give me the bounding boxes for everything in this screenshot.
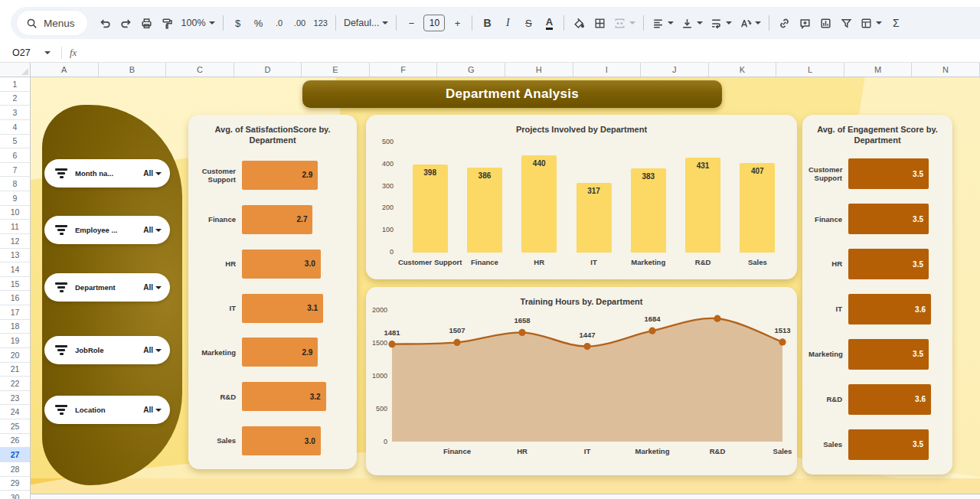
slicer-location[interactable]: LocationAll bbox=[44, 396, 170, 424]
print-button[interactable] bbox=[137, 12, 157, 34]
row-header-26[interactable]: 26 bbox=[0, 434, 30, 448]
functions-button[interactable]: Σ bbox=[886, 12, 906, 34]
row-header-6[interactable]: 6 bbox=[0, 148, 30, 163]
row-header-14[interactable]: 14 bbox=[0, 263, 30, 277]
slicer-jobrole[interactable]: JobRoleAll bbox=[44, 336, 170, 364]
row-header-12[interactable]: 12 bbox=[0, 234, 30, 249]
vertical-align-button[interactable] bbox=[678, 12, 706, 34]
column-header-L[interactable]: L bbox=[776, 63, 844, 77]
select-all-corner[interactable] bbox=[0, 63, 31, 77]
zoom-select[interactable]: 100% bbox=[178, 12, 218, 34]
row-header-3[interactable]: 3 bbox=[0, 106, 30, 120]
row-header-10[interactable]: 10 bbox=[0, 206, 30, 220]
slicer-value-dropdown[interactable]: All bbox=[143, 406, 162, 414]
engagement-chart[interactable]: Avg. of Engagement Score by. Department … bbox=[802, 115, 952, 475]
row-header-28[interactable]: 28 bbox=[0, 462, 30, 477]
row-header-24[interactable]: 24 bbox=[0, 405, 30, 419]
slicer-department[interactable]: DepartmentAll bbox=[44, 273, 170, 302]
row-header-2[interactable]: 2 bbox=[0, 92, 30, 106]
strikethrough-button[interactable]: S bbox=[518, 12, 538, 34]
insert-link-button[interactable] bbox=[774, 12, 794, 34]
slicer-value-dropdown[interactable]: All bbox=[143, 346, 162, 354]
column-header-A[interactable]: A bbox=[31, 63, 99, 77]
increase-decimal-button[interactable]: .00 bbox=[290, 12, 310, 34]
column-header-F[interactable]: F bbox=[370, 63, 438, 77]
slicer-value: All bbox=[143, 283, 153, 292]
row-header-20[interactable]: 20 bbox=[0, 348, 30, 363]
slicer-employee[interactable]: Employee ...All bbox=[44, 216, 170, 244]
column-header-K[interactable]: K bbox=[709, 63, 777, 77]
row-header-16[interactable]: 16 bbox=[0, 291, 30, 305]
fill-color-button[interactable] bbox=[569, 12, 589, 34]
dashboard-title-banner[interactable]: Department Analysis bbox=[302, 80, 722, 108]
row-header-7[interactable]: 7 bbox=[0, 163, 30, 178]
data-point-finance bbox=[453, 339, 460, 346]
column-header-C[interactable]: C bbox=[166, 63, 234, 77]
slicer-value-dropdown[interactable]: All bbox=[143, 226, 162, 234]
column-header-E[interactable]: E bbox=[302, 63, 370, 77]
undo-button[interactable] bbox=[96, 12, 116, 34]
format-currency-button[interactable]: $ bbox=[228, 12, 248, 34]
create-filter-button[interactable] bbox=[836, 12, 856, 34]
more-formats-button[interactable]: 123 bbox=[311, 12, 331, 34]
row-header-18[interactable]: 18 bbox=[0, 320, 30, 334]
text-wrap-button[interactable] bbox=[707, 12, 735, 34]
training-chart[interactable]: 200015001000500014811507Finance1658HR144… bbox=[366, 287, 797, 475]
column-header-M[interactable]: M bbox=[844, 63, 913, 77]
zoom-value: 100% bbox=[181, 18, 206, 28]
column-header-I[interactable]: I bbox=[573, 63, 642, 77]
row-header-29[interactable]: 29 bbox=[0, 477, 30, 491]
row-header-22[interactable]: 22 bbox=[0, 377, 30, 391]
slicer-value-dropdown[interactable]: All bbox=[143, 283, 162, 292]
redo-button[interactable] bbox=[116, 12, 136, 34]
column-header-G[interactable]: G bbox=[437, 63, 505, 77]
borders-button[interactable] bbox=[590, 12, 609, 34]
bold-button[interactable]: B bbox=[477, 12, 497, 34]
row-header-25[interactable]: 25 bbox=[0, 419, 30, 434]
font-select[interactable]: Defaul... bbox=[341, 12, 392, 34]
table-views-button[interactable] bbox=[857, 12, 885, 34]
merge-cells-button[interactable] bbox=[610, 12, 639, 34]
insert-chart-button[interactable] bbox=[815, 12, 835, 34]
insert-comment-button[interactable] bbox=[795, 12, 815, 34]
format-percent-button[interactable]: % bbox=[249, 12, 269, 34]
menus-button[interactable]: Menus bbox=[17, 11, 87, 35]
row-header-11[interactable]: 11 bbox=[0, 220, 30, 234]
column-header-B[interactable]: B bbox=[99, 63, 167, 77]
column-header-H[interactable]: H bbox=[505, 63, 573, 77]
row-header-4[interactable]: 4 bbox=[0, 120, 30, 135]
column-header-D[interactable]: D bbox=[234, 63, 302, 77]
row-header-21[interactable]: 21 bbox=[0, 363, 30, 377]
chart-row-rd: R&D3.6 bbox=[808, 377, 945, 422]
italic-button[interactable]: I bbox=[498, 12, 518, 34]
row-header-30[interactable]: 30 bbox=[0, 491, 30, 499]
decrease-font-size-button[interactable]: − bbox=[401, 12, 421, 34]
text-color-button[interactable]: A bbox=[539, 12, 559, 34]
text-rotation-button[interactable] bbox=[736, 12, 764, 34]
projects-chart[interactable]: Projects Involved by Department 50040030… bbox=[366, 115, 797, 279]
increase-font-size-button[interactable]: + bbox=[447, 12, 467, 34]
row-header-27[interactable]: 27 bbox=[0, 448, 30, 462]
slicer-monthna[interactable]: Month na...All bbox=[44, 159, 170, 188]
satisfaction-chart[interactable]: Avg. of SatisfactionScore by. Department… bbox=[188, 115, 357, 469]
data-point-marketing bbox=[648, 328, 655, 334]
row-header-5[interactable]: 5 bbox=[0, 135, 30, 149]
decrease-decimal-button[interactable]: .0 bbox=[270, 12, 289, 34]
font-size-input[interactable]: 10 bbox=[423, 15, 445, 31]
row-header-15[interactable]: 15 bbox=[0, 277, 30, 292]
horizontal-align-button[interactable] bbox=[648, 12, 677, 34]
row-header-23[interactable]: 23 bbox=[0, 391, 30, 406]
column-header-J[interactable]: J bbox=[641, 63, 709, 77]
paint-format-button[interactable] bbox=[158, 12, 178, 34]
sheet-canvas[interactable]: Department Analysis Month na...AllEmploy… bbox=[31, 77, 980, 494]
row-header-19[interactable]: 19 bbox=[0, 334, 30, 348]
row-header-17[interactable]: 17 bbox=[0, 305, 30, 320]
row-header-13[interactable]: 13 bbox=[0, 249, 30, 263]
column-header-N[interactable]: N bbox=[912, 63, 980, 77]
row-header-8[interactable]: 8 bbox=[0, 177, 30, 191]
point-label: 1507 bbox=[449, 326, 465, 334]
slicer-value-dropdown[interactable]: All bbox=[143, 169, 162, 178]
row-header-9[interactable]: 9 bbox=[0, 191, 30, 206]
name-box[interactable]: O27 bbox=[0, 47, 51, 58]
row-header-1[interactable]: 1 bbox=[0, 77, 30, 92]
